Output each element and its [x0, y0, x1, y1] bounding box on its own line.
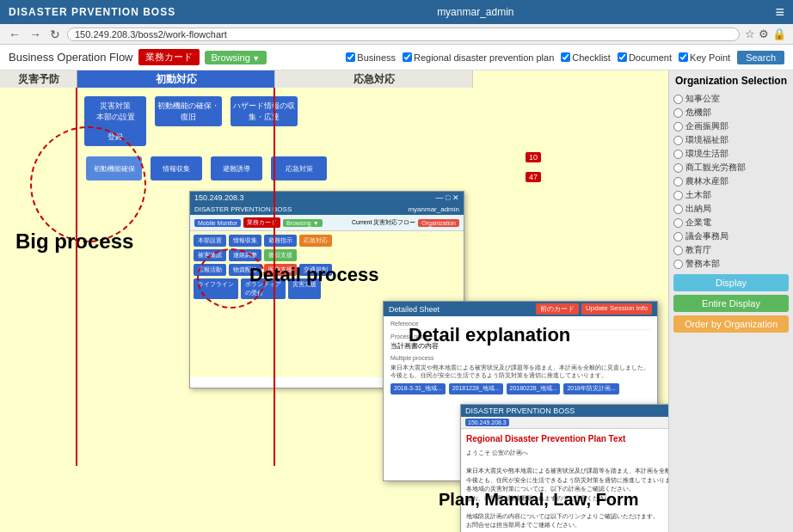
plan-title-red: Regional Disaster Prevention Plan Text	[466, 432, 668, 445]
detail-process-titlebar: 150.249.208.3 — □ ✕	[190, 192, 464, 204]
search-button[interactable]: Search	[737, 51, 784, 64]
star-icon[interactable]: ☆	[745, 28, 755, 40]
doc-link-3[interactable]: 20180228_地域...	[507, 383, 561, 394]
reload-button[interactable]: ↻	[48, 28, 62, 41]
security-icon[interactable]: 🔒	[772, 28, 786, 40]
vertical-line-left	[76, 88, 77, 466]
org-item-0[interactable]: 知事公室	[673, 92, 789, 106]
plan-text: ようこそ 公室の計画へ 東日本大震災や熊本地震による被害状況及び課題等を踏まえ、…	[466, 449, 668, 530]
node-small-4[interactable]: 応急対策	[271, 156, 327, 180]
org-item-8[interactable]: 出納局	[673, 202, 789, 216]
org-item-12[interactable]: 警務本部	[673, 257, 789, 271]
doc-link-1[interactable]: 2018-3-31_地域...	[390, 383, 446, 394]
org-item-6[interactable]: 農林水産部	[673, 174, 789, 188]
org-item-3[interactable]: 環境福祉部	[673, 133, 789, 147]
mini-flow-row2: 被害確認 連絡調整 復旧支援	[194, 249, 460, 261]
plan-toolbar: 150.249.208.3	[461, 417, 668, 429]
checkbox-document[interactable]: Document	[618, 52, 672, 63]
node-disaster-hq[interactable]: 災害対策本部の設置登録	[84, 96, 146, 146]
detail-process-appbar: DISASTER PRVENTION BOSS myanmar_admin	[190, 204, 464, 215]
url-bar[interactable]: 150.249.208.3/boss2/work-flowchart	[67, 28, 740, 41]
plan-body: Regional Disaster Prevention Plan Text よ…	[461, 429, 668, 532]
num-badge-10: 10	[526, 152, 541, 162]
detail-process-toolbar: Mobile Monitor 業務カード Browsing ▼ Current …	[190, 215, 464, 231]
main-area: 災害予防 初動対応 応急対応 災害対策本部の設置登録 初動機能の確保・復旧 ハザ…	[0, 70, 793, 532]
current-user: myanmar_admin	[437, 6, 513, 18]
sidebar: Organization Selection 知事公室 危機部 企画振興部 環境…	[668, 70, 793, 532]
brand-logo: DISASTER PRVENTION BOSS	[9, 6, 175, 18]
node-hazard-info[interactable]: ハザード情報の収集・広達	[231, 96, 298, 126]
node-small-3[interactable]: 避難誘導	[211, 156, 262, 180]
org-item-9[interactable]: 企業電	[673, 216, 789, 229]
forward-button[interactable]: →	[28, 28, 43, 41]
doc-link-2[interactable]: 20181228_地域...	[449, 383, 503, 394]
card-button[interactable]: 業務カード	[138, 49, 200, 65]
entire-display-button[interactable]: Entire Display	[673, 295, 789, 312]
toolbar: Business Operation Flow 業務カード Browsing B…	[0, 45, 793, 70]
checkbox-regional[interactable]: Regional disaster prevention plan	[403, 52, 554, 63]
vertical-line-right	[274, 88, 275, 466]
org-item-7[interactable]: 土木部	[673, 188, 789, 202]
org-item-4[interactable]: 環境生活部	[673, 147, 789, 161]
phase-shodo: 初動対応	[77, 70, 275, 88]
checkbox-keypoint[interactable]: Key Point	[679, 52, 730, 63]
node-small-1[interactable]: 初動機能確保	[86, 156, 142, 180]
order-button[interactable]: Order by Organization	[673, 315, 789, 333]
prev-card-btn[interactable]: 前のカード	[536, 303, 579, 315]
plan-screenshot: DISASTER PRVENTION BOSS myanmar_admin 15…	[460, 404, 668, 532]
checkbox-business[interactable]: Business	[346, 52, 396, 63]
doc-link-4[interactable]: 2018年防災計画...	[563, 383, 618, 394]
sidebar-title: Organization Selection	[673, 75, 789, 87]
menu-icon[interactable]: ≡	[775, 3, 784, 21]
mini-flow-row3: 広報活動 物資配給 医療支援 交通規制	[194, 264, 460, 276]
checkbox-checklist[interactable]: Checklist	[561, 52, 611, 63]
flowchart-area: 災害予防 初動対応 応急対応 災害対策本部の設置登録 初動機能の確保・復旧 ハザ…	[0, 70, 668, 532]
org-item-11[interactable]: 教育庁	[673, 243, 789, 257]
settings-icon[interactable]: ⚙	[759, 28, 769, 40]
browser-icons: ☆ ⚙ 🔒	[745, 28, 786, 40]
mini-flow-row1: 本部設置 情報収集 避難指示 応急対応	[194, 235, 460, 247]
big-process-label: Big process	[15, 229, 133, 254]
display-button[interactable]: Display	[673, 274, 789, 291]
org-item-10[interactable]: 議会事務局	[673, 229, 789, 243]
browser-bar: ← → ↻ 150.249.208.3/boss2/work-flowchart…	[0, 24, 793, 45]
phase-oukyuu: 応急対応	[275, 70, 473, 88]
node-shodo-function[interactable]: 初動機能の確保・復旧	[155, 96, 222, 126]
breadcrumb-text: Business Operation Flow	[9, 51, 133, 64]
org-item-5[interactable]: 商工観光労務部	[673, 161, 789, 174]
num-badge-47: 47	[526, 172, 541, 182]
detail-sheet-body: Reference Process name 当計画書の内容 Multiple …	[384, 316, 657, 398]
topbar: DISASTER PRVENTION BOSS myanmar_admin ≡	[0, 0, 793, 24]
update-session-btn[interactable]: Update Session Info	[581, 303, 652, 315]
browsing-button[interactable]: Browsing	[205, 51, 267, 64]
mini-flow-row4: ライフライン ボランティアの受付 災害支援	[194, 278, 460, 299]
org-item-2[interactable]: 企画振興部	[673, 119, 789, 133]
node-small-2[interactable]: 情報収集	[151, 156, 202, 180]
phase-saigai: 災害予防	[0, 70, 77, 88]
toolbar-right: Business Regional disaster prevention pl…	[346, 51, 784, 64]
back-button[interactable]: ←	[7, 28, 22, 41]
plan-header: DISASTER PRVENTION BOSS myanmar_admin	[461, 405, 668, 417]
org-item-1[interactable]: 危機部	[673, 106, 789, 119]
detail-sheet-header: Detailed Sheet 前のカード Update Session Info	[384, 302, 657, 316]
